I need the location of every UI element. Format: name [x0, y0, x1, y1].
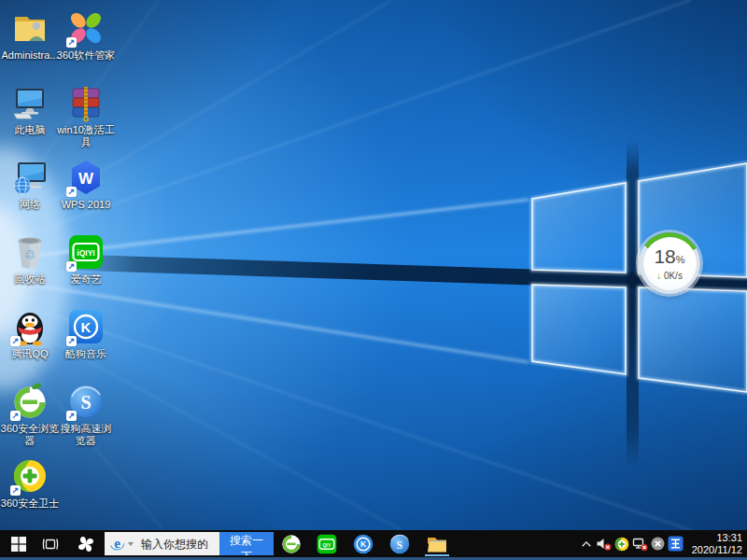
desktop-icon-administrator[interactable]: Administra... — [0, 8, 60, 62]
windows-logo-icon — [11, 537, 26, 552]
desktop-icon-label: 360安全卫士 — [0, 497, 60, 510]
gray-circle-x-icon — [651, 537, 665, 551]
desktop-icon-label: 酷狗音乐 — [56, 348, 116, 360]
svg-text:♲: ♲ — [24, 247, 36, 262]
desktop-icon-win10-activator[interactable]: win10激活工具 — [56, 83, 116, 148]
desktop-icon-label: 搜狗高速浏览器 — [56, 423, 116, 447]
shortcut-arrow-icon: ↗ — [66, 261, 77, 272]
svg-text:iQIYI: iQIYI — [77, 248, 94, 258]
desktop-icon-kugou-music[interactable]: K ↗ 酷狗音乐 — [56, 307, 116, 360]
shortcut-arrow-icon: ↗ — [66, 37, 77, 48]
taskbar-search: e 搜索一下 — [105, 532, 274, 555]
desktop: Administra... 此电脑 网络 — [0, 0, 747, 560]
tray-hidden-icons-chevron[interactable] — [578, 530, 595, 557]
360-browser-pinned-button[interactable] — [71, 530, 101, 557]
shortcut-arrow-icon: ↗ — [66, 336, 77, 346]
winrar-archive-icon — [66, 83, 106, 122]
desktop-icon-360-software-manager[interactable]: ↗ 360软件管家 — [56, 8, 116, 62]
desktop-icon-this-pc[interactable]: 此电脑 — [0, 83, 60, 136]
desktop-icon-360-browser[interactable]: ↗ 360安全浏览器 — [0, 382, 60, 447]
browser-e-icon[interactable]: e — [109, 536, 125, 552]
speaker-muted-icon — [596, 537, 612, 552]
tray-volume-muted[interactable] — [595, 530, 612, 557]
desktop-icon-label: 360安全浏览器 — [0, 423, 60, 447]
svg-text:K: K — [360, 539, 367, 549]
ime-wang-icon — [668, 536, 684, 552]
svg-text:K: K — [81, 319, 92, 335]
download-progress-badge[interactable]: 18% ↓ 0K/s — [639, 232, 700, 294]
user-folder-icon — [10, 8, 49, 48]
clock-time: 13:31 — [692, 532, 742, 544]
chevron-down-icon[interactable] — [128, 542, 134, 546]
desktop-icon-recycle-bin[interactable]: ♲ 回收站 — [0, 232, 60, 286]
desktop-icon-sogou-browser[interactable]: S ↗ 搜狗高速浏览器 — [56, 382, 116, 447]
task-view-button[interactable] — [35, 530, 65, 557]
desktop-icon-label: 此电脑 — [0, 124, 60, 136]
network-disconnected-icon — [632, 537, 648, 552]
360-security-tray-icon — [614, 537, 629, 552]
svg-text:QIY: QIY — [323, 541, 331, 547]
sogou-browser-icon: S — [388, 533, 411, 555]
tray-ime-indicator[interactable] — [667, 530, 684, 557]
desktop-icon-label: win10激活工具 — [56, 124, 116, 148]
clock-date: 2020/11/12 — [692, 544, 742, 556]
desktop-icon-label: 腾讯QQ — [0, 348, 60, 360]
desktop-icon-label: 网络 — [0, 199, 60, 211]
search-button[interactable]: 搜索一下 — [219, 532, 274, 555]
desktop-icon-iqiyi[interactable]: iQIYI ↗ 爱奇艺 — [56, 232, 116, 286]
recycle-bin-icon: ♲ — [10, 232, 49, 272]
download-progress-inner: 18% ↓ 0K/s — [643, 237, 697, 290]
taskbar-app-kugou[interactable]: K — [348, 530, 378, 557]
taskbar: e 搜索一下 QIY — [0, 530, 747, 560]
svg-text:e: e — [114, 536, 120, 551]
chevron-up-icon — [581, 539, 592, 550]
pinwheel-browser-icon — [77, 535, 95, 553]
iqiyi-icon: QIY — [316, 533, 338, 555]
desktop-icon-label: 360软件管家 — [56, 49, 116, 62]
download-arrow-icon: ↓ — [656, 271, 661, 281]
taskbar-clock[interactable]: 13:31 2020/11/12 — [692, 532, 742, 556]
desktop-icon-network[interactable]: 网络 — [0, 158, 60, 211]
desktop-icon-label: Administra... — [0, 49, 60, 62]
download-percent: 18% — [654, 246, 684, 270]
tray-status-offline[interactable] — [649, 530, 666, 557]
shortcut-arrow-icon: ↗ — [10, 411, 21, 421]
shortcut-arrow-icon: ↗ — [66, 187, 77, 197]
desktop-icon-label: 爱奇艺 — [56, 273, 116, 286]
task-view-icon — [42, 537, 59, 552]
desktop-icon-360-safeguard[interactable]: ↗ 360安全卫士 — [0, 456, 60, 510]
desktop-icon-label: 回收站 — [0, 273, 60, 286]
taskbar-app-360-browser[interactable] — [276, 530, 306, 557]
download-speed: ↓ 0K/s — [656, 271, 683, 281]
svg-text:S: S — [397, 539, 402, 550]
network-icon — [10, 158, 49, 197]
taskbar-app-file-explorer[interactable] — [422, 530, 452, 557]
svg-text:S: S — [80, 392, 91, 413]
search-input[interactable] — [139, 537, 219, 552]
start-button[interactable] — [4, 530, 34, 557]
file-explorer-icon — [426, 534, 448, 554]
shortcut-arrow-icon: ↗ — [10, 485, 21, 496]
desktop-icon-tencent-qq[interactable]: ↗ 腾讯QQ — [0, 307, 60, 360]
this-pc-icon — [10, 83, 49, 122]
360-browser-icon — [280, 533, 303, 555]
taskbar-app-sogou[interactable]: S — [385, 530, 415, 557]
kugou-music-icon: K — [352, 533, 374, 555]
desktop-icon-wps-2019[interactable]: W ↗ WPS 2019 — [56, 158, 116, 211]
shortcut-arrow-icon: ↗ — [66, 411, 77, 421]
desktop-icon-label: WPS 2019 — [56, 199, 116, 211]
tray-network-disconnected[interactable] — [631, 530, 648, 557]
tray-360-security[interactable] — [613, 530, 630, 557]
svg-text:W: W — [78, 170, 94, 188]
taskbar-app-iqiyi[interactable]: QIY — [312, 530, 342, 557]
shortcut-arrow-icon: ↗ — [10, 336, 21, 346]
